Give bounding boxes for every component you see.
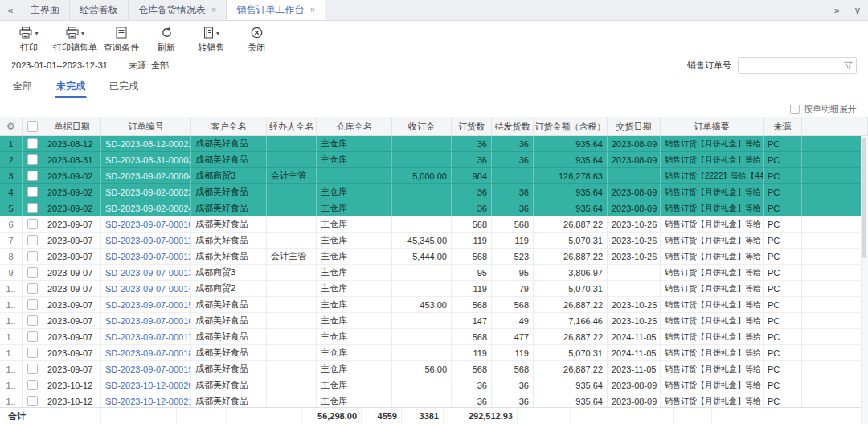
workspace-tab[interactable]: 主界面 xyxy=(21,0,70,20)
subtab-all[interactable]: 全部 xyxy=(13,80,32,98)
order-row[interactable]: 1..2023-09-07SD-2023-09-07-00017成都美好食品主仓… xyxy=(0,329,868,345)
cell-order_no[interactable]: SD-2023-08-31-00003 xyxy=(101,152,191,168)
order-row[interactable]: 1..2023-09-07SD-2023-09-07-00014成都商贸2主仓库… xyxy=(0,281,868,297)
cell-qty: 147 xyxy=(452,313,492,329)
row-checkbox[interactable] xyxy=(27,267,38,278)
tab-close-icon[interactable]: × xyxy=(211,6,216,14)
cell-order_no[interactable]: SD-2023-09-07-00015 xyxy=(101,297,191,313)
workspace-tab[interactable]: 经营看板 xyxy=(70,0,129,20)
cell-order_no[interactable]: SD-2023-09-07-00019 xyxy=(101,361,191,377)
cell-order_no[interactable]: SD-2023-09-02-00004 xyxy=(101,168,191,184)
cell-qty: 568 xyxy=(452,297,492,313)
order-row[interactable]: 1..2023-09-07SD-2023-09-07-00016成都美好食品主仓… xyxy=(0,313,868,329)
order-row[interactable]: 62023-09-07SD-2023-09-07-00010成都美好食品主仓库5… xyxy=(0,216,868,233)
order-row[interactable]: 42023-09-02SD-2023-09-02-00023成都美好食品主仓库3… xyxy=(0,184,868,200)
cell-order_no[interactable]: SD-2023-10-12-00021 xyxy=(101,393,191,407)
cell-order_no[interactable]: SD-2023-09-07-00012 xyxy=(101,249,191,265)
row-checkbox[interactable] xyxy=(27,364,38,374)
transfer-to-sales-button[interactable]: ▾转销售 xyxy=(190,27,232,54)
tab-close-icon[interactable]: × xyxy=(309,6,314,14)
order-row[interactable]: 1..2023-09-07SD-2023-09-07-00019成都美好食品主仓… xyxy=(0,361,868,377)
column-header-handler[interactable]: 经办人全名 xyxy=(267,117,317,136)
order-row[interactable]: 1..2023-09-07SD-2023-09-07-00018成都美好食品主仓… xyxy=(0,345,868,361)
column-header-qty[interactable]: 订货数 xyxy=(452,117,492,136)
order-search-input[interactable] xyxy=(738,57,857,74)
refresh-button[interactable]: 刷新 xyxy=(145,27,187,54)
cell-order_no[interactable]: SD-2023-09-07-00010 xyxy=(101,216,191,233)
cell-order_no[interactable]: SD-2023-09-07-00014 xyxy=(101,281,191,297)
dropdown-caret-icon[interactable]: ▾ xyxy=(216,30,219,37)
column-header-deposit[interactable]: 收订金 xyxy=(392,117,452,136)
row-checkbox[interactable] xyxy=(27,203,38,213)
cell-order_no[interactable]: SD-2023-10-12-00020 xyxy=(101,377,191,393)
cell-order_no[interactable]: SD-2023-09-07-00017 xyxy=(101,329,191,345)
row-checkbox[interactable] xyxy=(27,138,38,149)
scrollbar-thumb[interactable] xyxy=(862,138,866,258)
cell-customer: 成都美好食品 xyxy=(191,233,267,249)
order-row[interactable]: 1..2023-09-07SD-2023-09-07-00015成都美好食品主仓… xyxy=(0,297,868,313)
order-row[interactable]: 82023-09-07SD-2023-09-07-00012成都美好食品会计主管… xyxy=(0,249,868,265)
row-checkbox[interactable] xyxy=(27,348,38,358)
row-checkbox[interactable] xyxy=(27,171,38,181)
subtab-completed[interactable]: 已完成 xyxy=(109,80,138,98)
row-checkbox[interactable] xyxy=(27,380,38,390)
cell-order_no[interactable]: SD-2023-09-07-00013 xyxy=(101,265,191,281)
cell-warehouse: 主仓库 xyxy=(317,345,392,361)
tabs-menu-icon[interactable]: ∨ xyxy=(847,0,868,20)
print-button[interactable]: ▾打印 xyxy=(8,27,50,54)
column-header-customer[interactable]: 客户全名 xyxy=(191,117,267,136)
row-checkbox[interactable] xyxy=(27,331,38,342)
row-checkbox[interactable] xyxy=(27,315,38,326)
row-checkbox-cell xyxy=(23,136,43,152)
cell-order_no[interactable]: SD-2023-09-02-00024 xyxy=(101,200,191,216)
subtab-incomplete[interactable]: 未完成 xyxy=(56,80,85,98)
row-checkbox[interactable] xyxy=(27,154,38,165)
cell-summary: 销售订货【月饼礼盒】等给【成都美好食品】： xyxy=(661,233,764,249)
column-header-order_no[interactable]: 订单编号 xyxy=(101,117,191,136)
column-header-delivery[interactable]: 交货日期 xyxy=(608,117,661,136)
row-checkbox[interactable] xyxy=(27,299,38,310)
gear-icon[interactable]: ⚙ xyxy=(6,121,15,131)
column-header-source[interactable]: 来源 xyxy=(764,117,802,136)
column-settings-cell[interactable]: ⚙ xyxy=(0,117,23,136)
row-checkbox[interactable] xyxy=(27,251,38,261)
column-header-summary[interactable]: 订单摘要 xyxy=(661,117,764,136)
row-checkbox-cell xyxy=(23,184,43,200)
row-checkbox[interactable] xyxy=(27,396,38,406)
column-header-warehouse[interactable]: 仓库全名 xyxy=(317,117,392,136)
filter-funnel-icon[interactable] xyxy=(843,60,854,71)
order-row[interactable]: 1..2023-10-12SD-2023-10-12-00020成都美好食品主仓… xyxy=(0,377,868,393)
workspace-tab[interactable]: 仓库备货情况表× xyxy=(129,0,227,20)
column-header-pending[interactable]: 待发货数 xyxy=(492,117,534,136)
tabs-collapse-icon[interactable]: « xyxy=(0,0,21,20)
row-checkbox[interactable] xyxy=(27,187,38,197)
row-checkbox[interactable] xyxy=(27,219,38,229)
column-header-amount[interactable]: 订货金额（含税） xyxy=(534,117,608,136)
order-row[interactable]: 12023-08-12SD-2023-08-12-00022成都美好食品主仓库3… xyxy=(0,136,868,152)
cell-order_no[interactable]: SD-2023-09-07-00016 xyxy=(101,313,191,329)
order-row[interactable]: 52023-09-02SD-2023-09-02-00024成都美好食品主仓库3… xyxy=(0,200,868,216)
print-sales-order-button[interactable]: ▾打印销售单 xyxy=(53,27,97,54)
workspace-tab[interactable]: 销售订单工作台× xyxy=(227,0,325,20)
order-row[interactable]: 32023-09-02SD-2023-09-02-00004成都商贸3会计主管5… xyxy=(0,168,868,184)
select-all-checkbox[interactable] xyxy=(27,121,38,132)
tabs-expand-icon[interactable]: » xyxy=(826,0,847,20)
dropdown-caret-icon[interactable]: ▾ xyxy=(35,30,38,37)
query-conditions-button[interactable]: 查询条件 xyxy=(100,27,142,54)
dropdown-caret-icon[interactable]: ▾ xyxy=(81,30,84,37)
cell-order_no[interactable]: SD-2023-09-02-00023 xyxy=(101,184,191,200)
cell-order_no[interactable]: SD-2023-09-07-00011 xyxy=(101,233,191,249)
order-row[interactable]: 72023-09-07SD-2023-09-07-00011成都美好食品主仓库4… xyxy=(0,233,868,249)
vertical-scrollbar[interactable] xyxy=(861,136,868,424)
column-header-date[interactable]: 单据日期 xyxy=(43,117,101,136)
cell-order_no[interactable]: SD-2023-08-12-00022 xyxy=(101,136,191,152)
expand-detail-checkbox[interactable] xyxy=(790,105,800,114)
row-checkbox[interactable] xyxy=(27,283,38,294)
order-row[interactable]: 92023-09-07SD-2023-09-07-00013成都商贸3主仓库95… xyxy=(0,265,868,281)
order-row[interactable]: 22023-08-31SD-2023-08-31-00003成都美好食品主仓库3… xyxy=(0,152,868,168)
total-cell xyxy=(101,408,177,424)
cell-order_no[interactable]: SD-2023-09-07-00018 xyxy=(101,345,191,361)
close-button[interactable]: 关闭 xyxy=(235,27,277,54)
row-checkbox[interactable] xyxy=(27,235,38,245)
order-row[interactable]: 1..2023-10-12SD-2023-10-12-00021成都美好食品主仓… xyxy=(0,393,868,407)
